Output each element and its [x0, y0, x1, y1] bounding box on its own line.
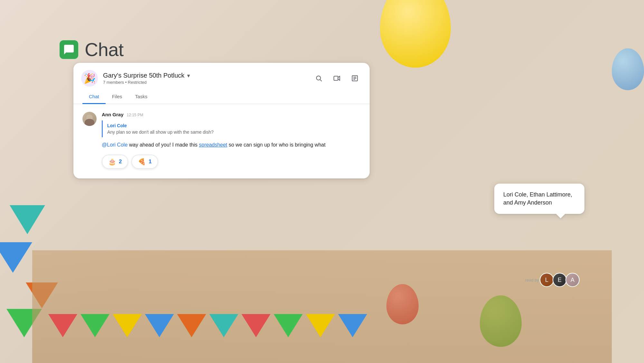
svg-marker-3 — [338, 76, 340, 81]
avatar-lori: L — [540, 273, 553, 286]
group-emoji: 🎉 — [84, 73, 96, 84]
reaction-cake-count: 2 — [119, 158, 122, 165]
message-text-before-link: way ahead of you! I made this — [128, 142, 199, 148]
group-avatar: 🎉 — [81, 70, 98, 87]
tab-bar: Chat Files Tasks — [73, 90, 370, 104]
app-header: Chat — [60, 39, 124, 60]
tab-chat[interactable]: Chat — [82, 90, 106, 104]
read-avatar-2: E — [553, 273, 567, 287]
group-name[interactable]: Gary's Surprise 50th Potluck ▾ — [103, 72, 190, 79]
avatar-amy: A — [566, 273, 579, 286]
notes-button[interactable] — [349, 72, 361, 84]
chat-content: Ann Gray 12:15 PM Lori Cole Any plan so … — [73, 104, 370, 178]
search-button[interactable] — [313, 72, 325, 84]
group-info: Gary's Surprise 50th Potluck ▾ 7 members… — [103, 72, 190, 85]
pizza-emoji: 🍕 — [138, 158, 146, 166]
read-by-tooltip: Lori Cole, Ethan Lattimore, and Amy Ande… — [494, 184, 584, 214]
tooltip-arrow — [556, 214, 565, 218]
reaction-pizza-count: 1 — [148, 158, 151, 165]
avatar-ann-gray — [82, 112, 97, 126]
avatar-ethan: E — [553, 273, 566, 286]
chat-card: 🎉 Gary's Surprise 50th Potluck ▾ 7 membe… — [73, 63, 370, 178]
reaction-cake[interactable]: 🎂 2 — [102, 155, 128, 169]
quoted-text: Any plan so we don't all show up with th… — [107, 129, 356, 135]
reactions-bar: 🎂 2 🍕 1 — [102, 155, 361, 169]
video-call-button[interactable] — [331, 72, 343, 84]
svg-line-1 — [320, 80, 322, 81]
decorative-triangle — [0, 242, 32, 273]
balloon-blue — [612, 48, 644, 90]
message-text-after-link: so we can sign up for who is bringing wh… — [227, 142, 326, 148]
group-name-text: Gary's Surprise 50th Potluck — [103, 72, 185, 79]
quoted-sender: Lori Cole — [107, 123, 356, 128]
message-sender: Ann Gray — [102, 112, 124, 117]
card-header-actions — [313, 72, 361, 84]
card-header-left: 🎉 Gary's Surprise 50th Potluck ▾ 7 membe… — [81, 70, 190, 87]
chat-logo — [60, 40, 78, 59]
tab-files[interactable]: Files — [106, 90, 129, 104]
message-body: Ann Gray 12:15 PM Lori Cole Any plan so … — [102, 112, 361, 169]
read-avatar-1: L — [540, 273, 554, 287]
chevron-down-icon: ▾ — [187, 72, 190, 79]
message-header: Ann Gray 12:15 PM — [102, 112, 361, 117]
svg-rect-2 — [334, 76, 338, 81]
cake-emoji: 🎂 — [108, 158, 116, 166]
decorative-triangle — [10, 205, 45, 234]
message-row: Ann Gray 12:15 PM Lori Cole Any plan so … — [82, 112, 361, 169]
read-avatar-3: A — [565, 273, 580, 287]
spreadsheet-link[interactable]: spreadsheet — [199, 142, 227, 148]
group-meta: 7 members • Restricted — [103, 80, 190, 85]
svg-point-0 — [317, 76, 321, 80]
message-time: 12:15 PM — [127, 113, 143, 117]
app-title: Chat — [85, 39, 124, 60]
tab-tasks[interactable]: Tasks — [128, 90, 154, 104]
read-by-label: read by — [525, 278, 539, 282]
read-by-row: read by L E A — [525, 273, 586, 287]
quoted-message: Lori Cole Any plan so we don't all show … — [102, 120, 361, 137]
card-header: 🎉 Gary's Surprise 50th Potluck ▾ 7 membe… — [73, 63, 370, 87]
bunting — [0, 279, 644, 363]
mention-lori-cole[interactable]: @Lori Cole — [102, 142, 128, 148]
read-by-names: Lori Cole, Ethan Lattimore, and Amy Ande… — [503, 191, 572, 206]
message-text: @Lori Cole way ahead of you! I made this… — [102, 141, 361, 149]
reaction-pizza[interactable]: 🍕 1 — [131, 155, 158, 169]
